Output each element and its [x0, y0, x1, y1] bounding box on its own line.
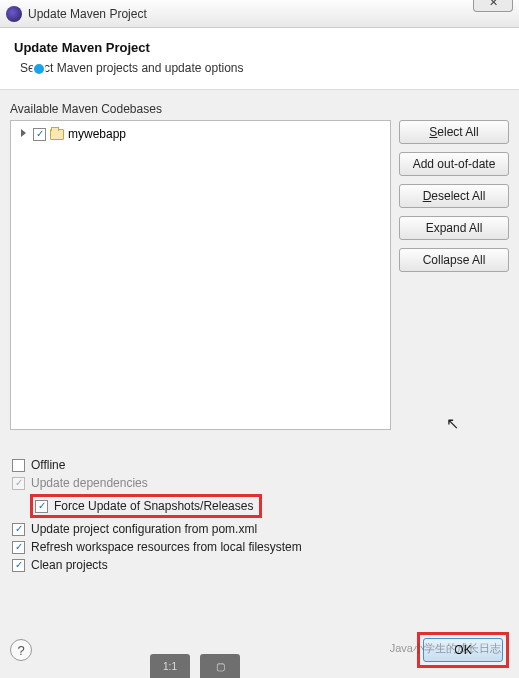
folder-icon	[50, 129, 64, 140]
page-title: Update Maven Project	[14, 40, 505, 55]
ok-button[interactable]: OK	[423, 638, 503, 662]
expand-icon[interactable]	[19, 129, 29, 139]
ok-highlight: OK	[417, 632, 509, 668]
select-all-button[interactable]: Select All	[399, 120, 509, 144]
add-out-of-date-button[interactable]: Add out-of-date	[399, 152, 509, 176]
refresh-ws-checkbox[interactable]	[12, 541, 25, 554]
update-config-label: Update project configuration from pom.xm…	[31, 522, 257, 536]
clean-checkbox[interactable]	[12, 559, 25, 572]
expand-all-button[interactable]: Expand All	[399, 216, 509, 240]
tree-item-mywebapp[interactable]: mywebapp	[15, 125, 386, 143]
force-update-highlight: Force Update of Snapshots/Releases	[30, 494, 262, 518]
offline-checkbox[interactable]	[12, 459, 25, 472]
options-group: Offline Update dependencies Force Update…	[10, 458, 509, 572]
update-deps-checkbox	[12, 477, 25, 490]
update-config-checkbox[interactable]	[12, 523, 25, 536]
force-update-label: Force Update of Snapshots/Releases	[54, 499, 253, 513]
close-button[interactable]: ✕	[473, 0, 513, 12]
codebases-label: Available Maven Codebases	[10, 102, 509, 116]
project-checkbox[interactable]	[33, 128, 46, 141]
help-button[interactable]: ?	[10, 639, 32, 661]
busy-cursor-icon	[32, 62, 46, 76]
codebase-tree[interactable]: mywebapp	[10, 120, 391, 430]
clean-projects-option[interactable]: Clean projects	[12, 558, 507, 572]
dialog-header: Update Maven Project Select Maven projec…	[0, 28, 519, 90]
page-subtitle: Select Maven projects and update options	[14, 61, 505, 75]
content-area: Available Maven Codebases mywebapp Selec…	[0, 90, 519, 572]
update-dependencies-option: Update dependencies	[12, 476, 507, 490]
collapse-all-button[interactable]: Collapse All	[399, 248, 509, 272]
titlebar: Update Maven Project ✕	[0, 0, 519, 28]
offline-option[interactable]: Offline	[12, 458, 507, 472]
clean-label: Clean projects	[31, 558, 108, 572]
refresh-workspace-option[interactable]: Refresh workspace resources from local f…	[12, 540, 507, 554]
offline-label: Offline	[31, 458, 65, 472]
force-update-option-row: Force Update of Snapshots/Releases	[30, 494, 507, 518]
app-icon	[6, 6, 22, 22]
window-title: Update Maven Project	[28, 7, 147, 21]
project-name: mywebapp	[68, 127, 126, 141]
deselect-all-button[interactable]: Deselect All	[399, 184, 509, 208]
ratio-button[interactable]: 1:1	[150, 654, 190, 678]
dialog-footer: ? OK	[0, 632, 519, 668]
screenshot-toolbar: 1:1 ▢	[150, 654, 240, 678]
force-update-checkbox[interactable]	[35, 500, 48, 513]
update-config-option[interactable]: Update project configuration from pom.xm…	[12, 522, 507, 536]
refresh-ws-label: Refresh workspace resources from local f…	[31, 540, 302, 554]
crop-button[interactable]: ▢	[200, 654, 240, 678]
selection-buttons: Select All Add out-of-date Deselect All …	[399, 120, 509, 430]
update-deps-label: Update dependencies	[31, 476, 148, 490]
